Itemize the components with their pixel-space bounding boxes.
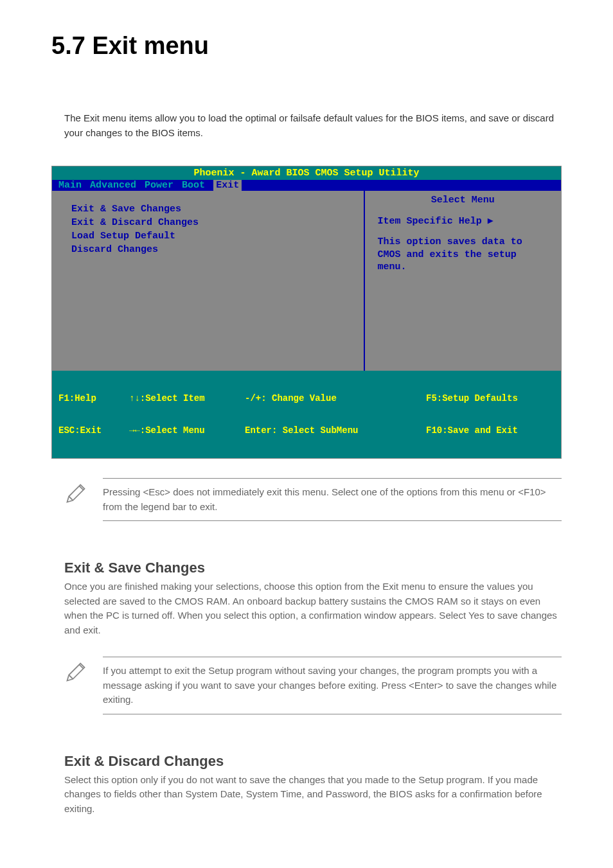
section-body-save: Once you are finished making your select… (64, 580, 562, 637)
note-block-2: If you attempt to exit the Setup program… (64, 657, 562, 714)
menu-boot[interactable]: Boot (182, 180, 205, 191)
arrow-right-icon: ▶ (488, 215, 493, 227)
bios-window: Phoenix - Award BIOS CMOS Setup Utility … (51, 166, 562, 459)
footer-select-menu: →←:Select Menu (129, 425, 245, 436)
bios-help-panel: Select Menu Item Specific Help ▶ This op… (365, 191, 561, 371)
item-exit-discard[interactable]: Exit & Discard Changes (71, 217, 344, 228)
footer-f10: F10:Save and Exit (426, 425, 555, 436)
bios-menu-bar[interactable]: Main Advanced Power Boot Exit (52, 180, 561, 191)
section-body-discard: Select this option only if you do not wa… (64, 773, 562, 817)
section-heading-discard: Exit & Discard Changes (64, 753, 562, 770)
intro-text: The Exit menu items allow you to load th… (64, 111, 562, 140)
footer-f1: F1:Help (58, 393, 129, 404)
note-block-1: Pressing <Esc> does not immediately exit… (64, 478, 562, 521)
help-header: Select Menu (378, 191, 548, 215)
footer-f5: F5:Setup Defaults (426, 393, 555, 404)
item-exit-save[interactable]: Exit & Save Changes (71, 204, 344, 215)
menu-main[interactable]: Main (58, 180, 82, 191)
footer-esc: ESC:Exit (58, 425, 129, 436)
menu-power[interactable]: Power (145, 180, 173, 191)
pencil-icon (64, 478, 103, 508)
footer-select-item: ↑↓:Select Item (129, 393, 245, 404)
bios-body: Exit & Save Changes Exit & Discard Chang… (52, 191, 561, 371)
bios-footer: F1:Help ESC:Exit ↑↓:Select Item →←:Selec… (52, 371, 561, 458)
note-text-2: If you attempt to exit the Setup program… (103, 657, 562, 714)
pencil-icon (64, 657, 103, 686)
help-description: This option saves data to CMOS and exits… (378, 236, 548, 274)
menu-advanced[interactable]: Advanced (90, 180, 136, 191)
item-discard-changes[interactable]: Discard Changes (71, 244, 344, 255)
help-item-specific: Item Specific Help ▶ (378, 215, 548, 227)
page-title: 5.7 Exit menu (51, 32, 587, 60)
section-heading-save: Exit & Save Changes (64, 560, 562, 576)
footer-change-value: -/+: Change Value (245, 393, 426, 404)
item-load-default[interactable]: Load Setup Default (71, 231, 344, 242)
footer-select-submenu: Enter: Select SubMenu (245, 425, 426, 436)
bios-title-bar: Phoenix - Award BIOS CMOS Setup Utility (52, 166, 561, 180)
menu-exit[interactable]: Exit (213, 180, 242, 191)
bios-items-panel: Exit & Save Changes Exit & Discard Chang… (52, 191, 365, 371)
note-text-1: Pressing <Esc> does not immediately exit… (103, 478, 562, 521)
